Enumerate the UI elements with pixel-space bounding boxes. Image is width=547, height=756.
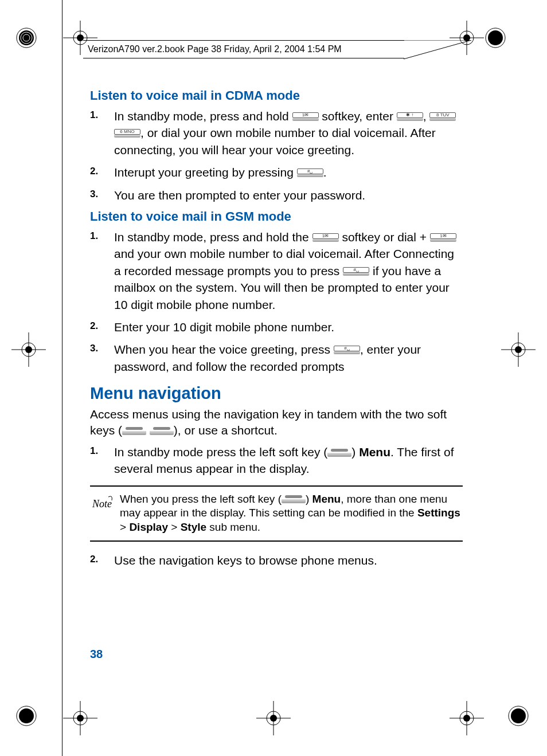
- svg-point-9: [488, 30, 503, 45]
- list-item: 1. In standby mode, press and hold the 1…: [90, 229, 463, 313]
- list-body: Enter your 10 digit mobile phone number.: [114, 319, 463, 335]
- list-body: Interupt your greeting by pressing #␣.: [114, 164, 463, 181]
- soft-key-right-icon: [150, 426, 174, 435]
- list-body: In standby mode press the left soft key …: [114, 444, 463, 477]
- list-body: You are then prompted to enter your pass…: [114, 187, 463, 203]
- list-item: 2. Interupt your greeting by pressing #␣…: [90, 164, 463, 181]
- svg-point-37: [270, 715, 277, 722]
- key-hash-icon: #␣: [297, 169, 323, 177]
- list-item: 3. When you hear the voice greeting, pre…: [90, 341, 463, 375]
- soft-key-left-icon: [122, 426, 146, 435]
- menu-bold: Menu: [359, 445, 390, 459]
- list-body: When you hear the voice greeting, press …: [114, 341, 463, 375]
- crop-mark-bl: [16, 683, 62, 728]
- list-item: 1. In standby mode press the left soft k…: [90, 444, 463, 477]
- section-cdma-title: Listen to voice mail in CDMA mode: [90, 88, 463, 103]
- crop-mark-tr: [485, 28, 531, 73]
- crop-mark-bottom: [256, 701, 291, 735]
- list-body: Use the navigation keys to browse phone …: [114, 552, 463, 569]
- list-body: In standby mode, press and hold the 1✉ s…: [114, 229, 463, 313]
- key-1-icon: 1✉: [312, 233, 339, 242]
- header-text: VerizonA790 ver.2.book Page 38 Friday, A…: [88, 44, 342, 54]
- note-icon: Note: [90, 492, 115, 535]
- note-text: When you press the left soft key () Menu…: [120, 492, 463, 535]
- svg-point-1: [19, 30, 34, 45]
- key-1-icon: 1✉: [430, 233, 456, 242]
- svg-point-33: [463, 715, 470, 722]
- list-number: 1.: [90, 444, 114, 477]
- section-gsm-title: Listen to voice mail in GSM mode: [90, 209, 463, 224]
- list-item: 2. Use the navigation keys to browse pho…: [90, 552, 463, 569]
- soft-key-left-icon: [327, 448, 351, 457]
- crop-mark-br2: [450, 701, 484, 735]
- crop-mark-left: [11, 332, 46, 367]
- svg-point-27: [77, 715, 84, 722]
- svg-point-21: [515, 346, 522, 353]
- cdma-list: 1. In standby mode, press and hold 1✉ so…: [90, 108, 463, 203]
- key-6-icon: 6 MNO: [114, 129, 140, 138]
- soft-key-left-icon: [282, 495, 306, 503]
- key-hash-icon: #␣: [334, 346, 360, 354]
- menu-navigation-title: Menu navigation: [90, 384, 463, 403]
- svg-point-29: [511, 708, 526, 723]
- document-header: VerizonA790 ver.2.book Page 38 Friday, A…: [83, 40, 404, 58]
- list-item: 1. In standby mode, press and hold 1✉ so…: [90, 108, 463, 158]
- gsm-list: 1. In standby mode, press and hold the 1…: [90, 229, 463, 375]
- crop-mark-br: [485, 683, 531, 728]
- header-diagonal: [404, 40, 471, 60]
- menu-list: 1. In standby mode press the left soft k…: [90, 444, 463, 477]
- page-rule-left: [62, 0, 62, 756]
- key-1-icon: 1✉: [292, 112, 319, 121]
- menu-intro: Access menus using the navigation key in…: [90, 406, 463, 439]
- list-number: 2.: [90, 319, 114, 335]
- list-number: 2.: [90, 552, 114, 569]
- list-number: 1.: [90, 108, 114, 158]
- list-number: 2.: [90, 164, 114, 181]
- list-body: In standby mode, press and hold 1✉ softk…: [114, 108, 463, 158]
- crop-mark-right: [501, 332, 536, 367]
- page-number: 38: [90, 648, 103, 661]
- list-number: 1.: [90, 229, 114, 313]
- key-hash-icon: #␣: [343, 267, 369, 276]
- list-item: 2. Enter your 10 digit mobile phone numb…: [90, 319, 463, 335]
- crop-mark-bl2: [63, 701, 97, 735]
- svg-point-23: [19, 708, 34, 723]
- svg-line-38: [404, 40, 471, 59]
- crop-mark-tl: [16, 28, 62, 73]
- key-8-icon: 8 TUV: [429, 112, 456, 121]
- list-item: 3. You are then prompted to enter your p…: [90, 187, 463, 203]
- svg-point-17: [25, 346, 32, 353]
- svg-text:Note: Note: [92, 498, 112, 510]
- list-number: 3.: [90, 341, 114, 375]
- menu-list-2: 2. Use the navigation keys to browse pho…: [90, 552, 463, 569]
- key-star-icon: ✱ ↑: [397, 112, 423, 121]
- note-block: Note When you press the left soft key ()…: [90, 485, 463, 542]
- list-number: 3.: [90, 187, 114, 203]
